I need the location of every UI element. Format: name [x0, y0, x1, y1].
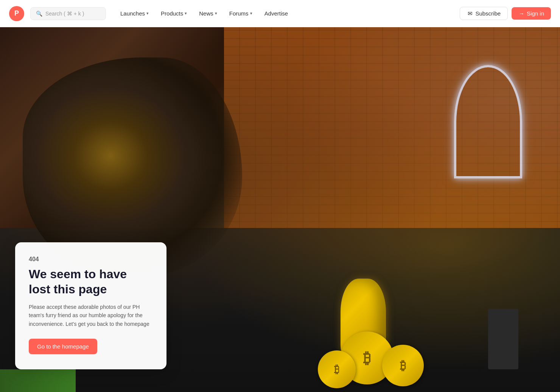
nav-advertise-label: Advertise [264, 10, 288, 17]
search-icon: 🔍 [36, 11, 42, 17]
chevron-down-icon: ▾ [250, 11, 252, 16]
error-title: We seem to have lost this page [29, 266, 153, 297]
subscribe-label: Subscribe [475, 10, 501, 17]
error-code: 404 [29, 256, 153, 263]
nav-right: ✉ Subscribe → Sign in [460, 7, 551, 20]
signin-label: Sign in [527, 10, 544, 17]
nav-products-label: Products [161, 10, 183, 17]
signin-icon: → [518, 11, 524, 17]
bitcoin-coin-2: ₿ [318, 350, 356, 388]
site-logo[interactable]: P [9, 6, 24, 21]
nav-items: Launches ▾ Products ▾ News ▾ Forums ▾ Ad… [115, 7, 293, 20]
hero-section: ₿ ₿ ₿ 404 We seem to have lost this page… [0, 27, 560, 392]
error-title-line2: lost this page [29, 282, 107, 296]
nav-item-news[interactable]: News ▾ [194, 7, 222, 20]
hero-image: ₿ ₿ ₿ 404 We seem to have lost this page… [0, 27, 560, 392]
nav-item-advertise[interactable]: Advertise [259, 7, 294, 20]
error-title-line1: We seem to have [29, 267, 127, 281]
error-description: Please accept these adorable photos of o… [29, 303, 153, 328]
search-placeholder: Search ( ⌘ + k ) [45, 11, 84, 17]
error-card: 404 We seem to have lost this page Pleas… [15, 242, 166, 369]
subscribe-icon: ✉ [467, 11, 473, 17]
nav-launches-label: Launches [120, 10, 145, 17]
nav-item-products[interactable]: Products ▾ [156, 7, 192, 20]
nav-item-forums[interactable]: Forums ▾ [224, 7, 258, 20]
search-bar[interactable]: 🔍 Search ( ⌘ + k ) [30, 7, 106, 20]
go-to-homepage-button[interactable]: Go to the homepage [29, 339, 97, 354]
chevron-down-icon: ▾ [215, 11, 217, 16]
nav-item-launches[interactable]: Launches ▾ [115, 7, 154, 20]
subscribe-button[interactable]: ✉ Subscribe [460, 7, 508, 20]
navbar: P 🔍 Search ( ⌘ + k ) Launches ▾ Products… [0, 0, 560, 27]
nav-news-label: News [199, 10, 213, 17]
nav-forums-label: Forums [229, 10, 249, 17]
chevron-down-icon: ▾ [146, 11, 149, 16]
neon-shape [454, 65, 522, 178]
chevron-down-icon: ▾ [185, 11, 187, 16]
signin-button[interactable]: → Sign in [512, 7, 551, 20]
neon-stand [488, 309, 518, 369]
bitcoin-coin-3: ₿ [382, 345, 424, 386]
neon-art [454, 65, 522, 178]
